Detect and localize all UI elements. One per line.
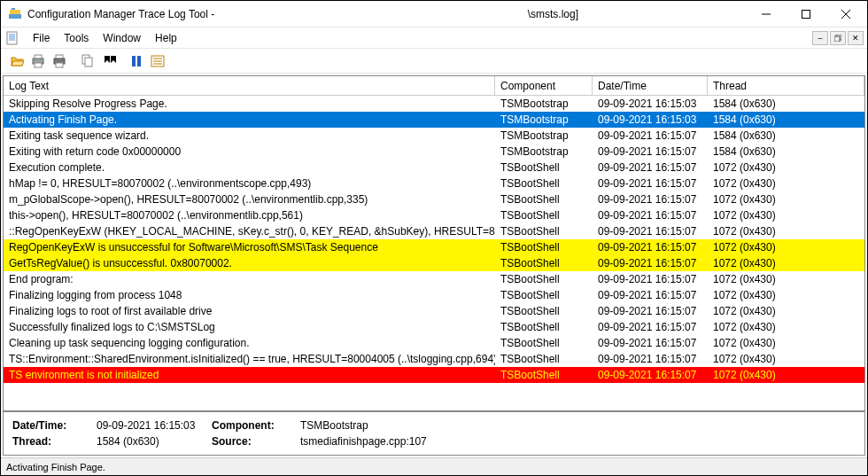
- log-row[interactable]: Activating Finish Page.TSMBootstrap09-09…: [4, 112, 864, 128]
- close-button[interactable]: [825, 1, 865, 27]
- column-header-thread[interactable]: Thread: [708, 76, 864, 95]
- log-row[interactable]: hMap != 0, HRESULT=80070002 (..\environm…: [4, 176, 864, 191]
- log-datetime: 09-09-2021 16:15:07: [593, 207, 708, 223]
- log-datetime: 09-09-2021 16:15:07: [593, 191, 708, 207]
- log-thread: 1072 (0x430): [708, 176, 864, 191]
- toggle-highlight-button[interactable]: [148, 51, 167, 71]
- log-datetime: 09-09-2021 16:15:07: [593, 303, 708, 319]
- log-row[interactable]: RegOpenKeyExW is unsuccessful for Softwa…: [4, 239, 864, 255]
- log-component: TSBootShell: [495, 255, 593, 271]
- detail-thread-value: 1584 (0x630): [97, 435, 212, 448]
- menu-tools[interactable]: Tools: [57, 30, 96, 46]
- log-component: TSBootShell: [495, 191, 593, 207]
- log-text: Skipping Resolve Progress Page.: [4, 96, 495, 112]
- log-thread: 1072 (0x430): [708, 367, 864, 383]
- mdi-minimize-button[interactable]: –: [812, 31, 828, 45]
- svg-rect-13: [834, 36, 840, 42]
- copy-button[interactable]: [78, 51, 97, 71]
- log-datetime: 09-09-2021 16:15:07: [593, 319, 708, 335]
- log-row[interactable]: TS::Environment::SharedEnvironment.isIni…: [4, 351, 864, 367]
- column-header-logtext[interactable]: Log Text: [4, 76, 495, 95]
- log-datetime: 09-09-2021 16:15:07: [593, 287, 708, 303]
- column-header-datetime[interactable]: Date/Time: [593, 76, 708, 95]
- log-row[interactable]: ::RegOpenKeyExW (HKEY_LOCAL_MACHINE, sKe…: [4, 223, 864, 239]
- log-row[interactable]: Execution complete.TSBootShell09-09-2021…: [4, 160, 864, 176]
- log-text: Execution complete.: [4, 160, 495, 176]
- window-controls: [746, 1, 865, 27]
- log-text: TS::Environment::SharedEnvironment.isIni…: [4, 351, 495, 367]
- log-text: hMap != 0, HRESULT=80070002 (..\environm…: [4, 176, 495, 191]
- detail-thread-label: Thread:: [12, 435, 97, 448]
- menu-window[interactable]: Window: [96, 30, 148, 46]
- log-component: TSBootShell: [495, 367, 593, 383]
- log-text: RegOpenKeyExW is unsuccessful for Softwa…: [4, 239, 495, 255]
- log-datetime: 09-09-2021 16:15:03: [593, 112, 708, 128]
- log-row[interactable]: GetTsRegValue() is unsuccessful. 0x80070…: [4, 255, 864, 271]
- log-text: Exiting task sequence wizard.: [4, 128, 495, 144]
- log-row[interactable]: Skipping Resolve Progress Page.TSMBootst…: [4, 96, 864, 112]
- print-file-button[interactable]: [29, 51, 49, 71]
- log-text: Finalizing logs to root of first availab…: [4, 303, 495, 319]
- log-text: m_pGlobalScope->open(), HRESULT=80070002…: [4, 191, 495, 207]
- log-thread: 1072 (0x430): [708, 223, 864, 239]
- log-datetime: 09-09-2021 16:15:03: [593, 96, 708, 112]
- pause-button[interactable]: [127, 51, 146, 71]
- log-row[interactable]: Finalizing logs to root of first availab…: [4, 303, 864, 319]
- log-thread: 1072 (0x430): [708, 255, 864, 271]
- mdi-close-button[interactable]: ✕: [848, 31, 864, 45]
- maximize-button[interactable]: [786, 1, 825, 27]
- log-component: TSMBootstrap: [495, 128, 593, 144]
- log-row[interactable]: TS environment is not initializedTSBootS…: [4, 367, 864, 383]
- log-row[interactable]: m_pGlobalScope->open(), HRESULT=80070002…: [4, 191, 864, 207]
- log-row[interactable]: Finalizing logging from process 1048TSBo…: [4, 287, 864, 303]
- log-row[interactable]: this->open(), HRESULT=80070002 (..\envir…: [4, 207, 864, 223]
- log-row[interactable]: Exiting task sequence wizard.TSMBootstra…: [4, 128, 864, 144]
- log-component: TSMBootstrap: [495, 96, 593, 112]
- statusbar: Activating Finish Page.: [1, 457, 867, 475]
- log-body[interactable]: Skipping Resolve Progress Page.TSMBootst…: [4, 96, 864, 410]
- log-component: TSBootShell: [495, 176, 593, 191]
- doc-icon: [4, 30, 20, 46]
- menu-help[interactable]: Help: [148, 30, 184, 46]
- detail-datetime-value: 09-09-2021 16:15:03: [97, 419, 212, 432]
- log-text: Activating Finish Page.: [4, 112, 495, 128]
- log-thread: 1072 (0x430): [708, 160, 864, 176]
- log-thread: 1072 (0x430): [708, 303, 864, 319]
- log-row[interactable]: Cleaning up task sequencing logging conf…: [4, 335, 864, 351]
- log-text: TS environment is not initialized: [4, 367, 495, 383]
- toolbar: [1, 49, 867, 74]
- log-component: TSBootShell: [495, 207, 593, 223]
- log-text: GetTsRegValue() is unsuccessful. 0x80070…: [4, 255, 495, 271]
- menubar: File Tools Window Help – ✕: [1, 27, 867, 49]
- log-row[interactable]: End program:TSBootShell09-09-2021 16:15:…: [4, 271, 864, 287]
- print-button[interactable]: [50, 51, 70, 71]
- log-row[interactable]: Exiting with return code 0x00000000TSMBo…: [4, 144, 864, 160]
- log-datetime: 09-09-2021 16:15:07: [593, 271, 708, 287]
- column-header-component[interactable]: Component: [495, 76, 593, 95]
- log-component: TSBootShell: [495, 223, 593, 239]
- log-thread: 1584 (0x630): [708, 128, 864, 144]
- svg-rect-23: [132, 56, 136, 66]
- log-text: this->open(), HRESULT=80070002 (..\envir…: [4, 207, 495, 223]
- log-row[interactable]: Successfully finalized logs to C:\SMSTSL…: [4, 319, 864, 335]
- find-button[interactable]: [99, 51, 119, 71]
- detail-component-label: Component:: [212, 419, 300, 432]
- svg-rect-2: [12, 8, 15, 10]
- log-datetime: 09-09-2021 16:15:07: [593, 351, 708, 367]
- minimize-button[interactable]: [746, 1, 786, 27]
- open-file-button[interactable]: [8, 51, 27, 71]
- log-thread: 1072 (0x430): [708, 351, 864, 367]
- log-datetime: 09-09-2021 16:15:07: [593, 160, 708, 176]
- svg-rect-16: [41, 60, 43, 61]
- log-thread: 1072 (0x430): [708, 335, 864, 351]
- window-titlebar: Configuration Manager Trace Log Tool - \…: [1, 1, 867, 27]
- detail-source-value: tsmediafinishpage.cpp:107: [300, 435, 856, 448]
- menu-file[interactable]: File: [26, 30, 57, 46]
- log-text: ::RegOpenKeyExW (HKEY_LOCAL_MACHINE, sKe…: [4, 223, 495, 239]
- log-datetime: 09-09-2021 16:15:07: [593, 144, 708, 160]
- log-datetime: 09-09-2021 16:15:07: [593, 128, 708, 144]
- log-datetime: 09-09-2021 16:15:07: [593, 335, 708, 351]
- log-datetime: 09-09-2021 16:15:07: [593, 367, 708, 383]
- mdi-restore-button[interactable]: [830, 31, 846, 45]
- log-panel: Log Text Component Date/Time Thread Skip…: [3, 75, 865, 456]
